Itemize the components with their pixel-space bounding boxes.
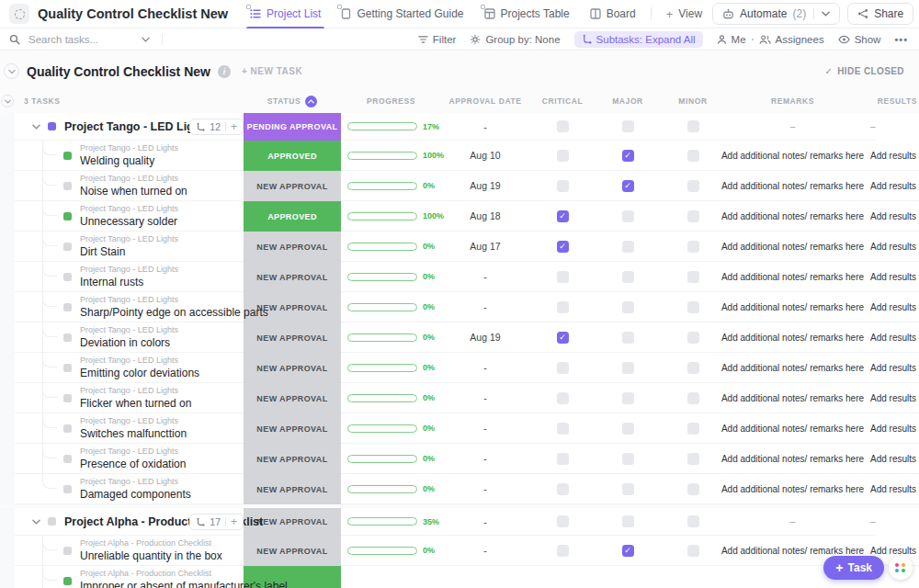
approval-date[interactable]: -: [441, 536, 529, 566]
major-checkbox[interactable]: [622, 120, 634, 132]
task-name[interactable]: Noise when turned on: [80, 185, 187, 198]
remarks-field[interactable]: Add additional notes/ remarks here: [726, 322, 859, 353]
approval-date[interactable]: Aug 19: [441, 171, 529, 201]
subtask-count-badge[interactable]: 17 +: [189, 514, 244, 530]
major-checkbox[interactable]: [622, 180, 634, 192]
assignees-button[interactable]: Assignees: [759, 34, 824, 45]
remarks-field[interactable]: Add additional notes/ remarks here: [726, 141, 859, 171]
group-expand-chevron-icon[interactable]: [32, 519, 40, 525]
remarks-field[interactable]: Add additional notes/ remarks here: [726, 383, 859, 413]
new-task-button[interactable]: + NEW TASK: [242, 66, 302, 76]
remarks-field[interactable]: Add additional notes/ remarks here: [726, 171, 859, 201]
column-header-major[interactable]: MAJOR: [612, 96, 643, 106]
status-badge[interactable]: NEW APPROVAL: [244, 322, 341, 353]
critical-checkbox[interactable]: [557, 362, 569, 374]
approval-date[interactable]: -: [441, 508, 529, 536]
approval-date[interactable]: Aug 19: [441, 322, 529, 353]
task-status-square-icon[interactable]: [63, 273, 72, 281]
task-status-square-icon[interactable]: [63, 334, 72, 342]
remarks-field[interactable]: Add additional notes/ remarks here: [726, 232, 859, 262]
task-status-square-icon[interactable]: [63, 577, 72, 585]
show-button[interactable]: Show: [838, 34, 881, 45]
results-field[interactable]: Add results here: [859, 444, 919, 474]
info-icon[interactable]: i: [218, 65, 231, 78]
task-name[interactable]: Sharp/Pointy edge on accessible parts: [80, 306, 244, 319]
critical-checkbox[interactable]: [557, 120, 569, 132]
critical-checkbox[interactable]: [557, 483, 569, 495]
task-name[interactable]: Unreliable quantity in the box: [80, 549, 222, 562]
column-header-minor[interactable]: MINOR: [678, 96, 707, 106]
status-badge[interactable]: NEW APPROVAL: [244, 413, 341, 444]
tab-board[interactable]: Board: [580, 0, 646, 28]
chevron-down-icon[interactable]: [142, 37, 150, 42]
remarks-field[interactable]: Add additional notes/ remarks here: [726, 292, 859, 322]
results-field[interactable]: Add results here: [859, 262, 919, 292]
remarks-field[interactable]: –: [726, 113, 859, 141]
task-status-square-icon[interactable]: [63, 212, 72, 220]
task-name[interactable]: Emitting color deviations: [80, 367, 199, 379]
minor-checkbox[interactable]: [687, 271, 699, 283]
group-by-button[interactable]: Group by: None: [470, 34, 560, 45]
task-status-square-icon[interactable]: [48, 517, 56, 526]
major-checkbox[interactable]: [622, 392, 634, 404]
critical-checkbox[interactable]: [557, 210, 569, 222]
results-field[interactable]: Add results here: [859, 322, 919, 353]
task-name[interactable]: Switches malfuncttion: [80, 427, 187, 440]
more-options-button[interactable]: •••: [894, 34, 908, 45]
task-status-square-icon[interactable]: [63, 303, 72, 311]
results-field[interactable]: Add results here: [859, 292, 919, 322]
major-checkbox[interactable]: [622, 423, 634, 435]
task-status-square-icon[interactable]: [63, 152, 72, 160]
new-task-fab[interactable]: + Task: [823, 556, 884, 580]
minor-checkbox[interactable]: [687, 515, 699, 527]
approval-date[interactable]: Aug 17: [441, 232, 529, 262]
critical-checkbox[interactable]: [557, 150, 569, 162]
chevron-down-icon[interactable]: [822, 11, 830, 17]
minor-checkbox[interactable]: [687, 423, 699, 435]
collapse-all-icon[interactable]: [1, 95, 14, 107]
remarks-field[interactable]: –: [726, 508, 859, 536]
status-badge[interactable]: NEW APPROVAL: [244, 474, 341, 504]
status-badge[interactable]: APPROVED: [244, 201, 341, 232]
results-field[interactable]: Add results here: [859, 232, 919, 262]
tab-projects-table[interactable]: Projects Table: [474, 0, 580, 28]
task-status-square-icon[interactable]: [63, 364, 72, 372]
critical-checkbox[interactable]: [557, 332, 569, 344]
task-name[interactable]: Deviation in colors: [80, 336, 178, 349]
minor-checkbox[interactable]: [687, 241, 699, 253]
minor-checkbox[interactable]: [687, 453, 699, 465]
critical-checkbox[interactable]: [557, 545, 569, 557]
results-field[interactable]: Add results here: [859, 413, 919, 444]
critical-checkbox[interactable]: [557, 392, 569, 404]
approval-date[interactable]: Aug 18: [441, 201, 529, 232]
minor-checkbox[interactable]: [687, 150, 699, 162]
minor-checkbox[interactable]: [687, 545, 699, 557]
major-checkbox[interactable]: [622, 332, 634, 344]
share-button[interactable]: Share: [847, 3, 913, 25]
hide-closed-toggle[interactable]: ✓ HIDE CLOSED: [824, 66, 904, 76]
minor-checkbox[interactable]: [687, 180, 699, 192]
results-field[interactable]: –: [859, 113, 876, 141]
task-name[interactable]: Project Tango - LED Lights: [64, 120, 181, 133]
results-field[interactable]: –: [859, 508, 876, 536]
status-badge[interactable]: NEW APPROVAL: [244, 262, 341, 292]
critical-checkbox[interactable]: [557, 241, 569, 253]
major-checkbox[interactable]: [622, 241, 634, 253]
sort-ascending-icon[interactable]: [305, 96, 317, 107]
approval-date[interactable]: -: [441, 353, 529, 383]
task-name[interactable]: Damaged components: [80, 488, 191, 501]
task-name[interactable]: Internal rusts: [80, 276, 178, 288]
task-status-square-icon[interactable]: [63, 424, 72, 433]
task-name[interactable]: Welding quality: [80, 154, 178, 167]
status-badge[interactable]: NEW APPROVAL: [244, 232, 341, 262]
results-field[interactable]: Add results here: [859, 474, 919, 504]
minor-checkbox[interactable]: [687, 392, 699, 404]
major-checkbox[interactable]: [622, 515, 634, 527]
subtask-count-badge[interactable]: 12 +: [189, 119, 244, 135]
major-checkbox[interactable]: [622, 301, 634, 313]
group-expand-chevron-icon[interactable]: [32, 124, 40, 130]
task-name[interactable]: Project Alpha - Production Checklist: [64, 515, 181, 528]
major-checkbox[interactable]: [622, 483, 634, 495]
critical-checkbox[interactable]: [557, 271, 569, 283]
remarks-field[interactable]: Add additional notes/ remarks here: [726, 201, 859, 232]
